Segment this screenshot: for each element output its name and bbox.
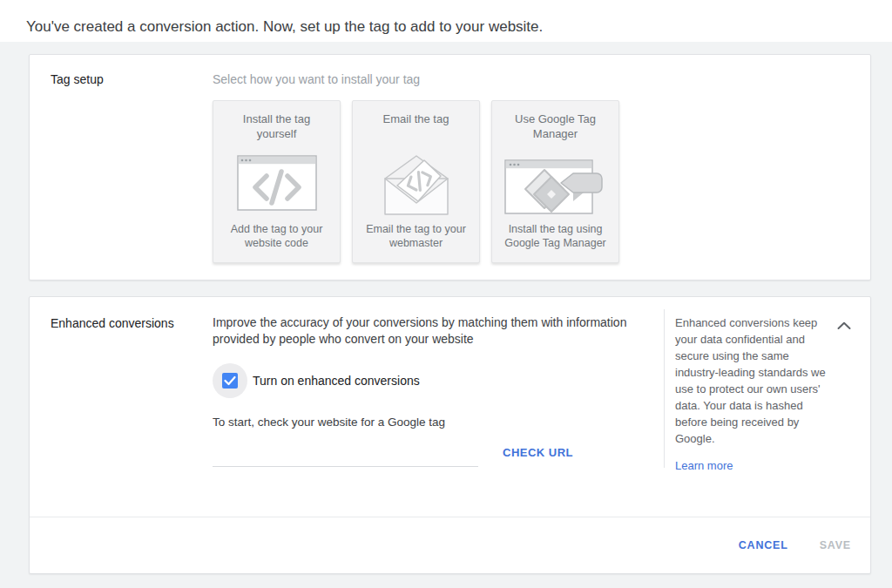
code-window-icon <box>222 143 331 222</box>
form-footer: CANCEL SAVE <box>30 517 870 573</box>
check-website-prompt: To start, check your website for a Googl… <box>213 416 664 429</box>
checkmark-icon <box>224 375 236 386</box>
tag-setup-content: Select how you want to install your tag … <box>213 71 870 280</box>
option-caption: Add the tag to your website code <box>222 222 331 250</box>
url-input[interactable] <box>213 437 478 467</box>
option-google-tag-manager[interactable]: Use Google Tag Manager <box>491 100 619 263</box>
cancel-button[interactable]: CANCEL <box>739 539 788 551</box>
page-title: You've created a conversion action. Now,… <box>26 17 892 37</box>
page-header: You've created a conversion action. Now,… <box>0 0 892 42</box>
tag-setup-label: Tag setup <box>51 71 213 280</box>
enhanced-conversions-main: Improve the accuracy of your conversions… <box>213 314 664 517</box>
option-title: Use Google Tag Manager <box>501 112 610 143</box>
info-panel: Enhanced conversions keep your data conf… <box>664 309 870 468</box>
option-title: Install the tag yourself <box>222 112 331 143</box>
enhanced-conversions-checkbox-row[interactable]: Turn on enhanced conversions <box>213 363 664 398</box>
chevron-up-icon[interactable] <box>837 318 851 327</box>
page-content: Tag setup Select how you want to install… <box>0 42 892 588</box>
option-caption: Email the tag to your webmaster <box>362 222 470 250</box>
tag-setup-prompt: Select how you want to install your tag <box>213 71 870 88</box>
url-input-row: CHECK URL <box>213 437 664 467</box>
conversion-tag-setup-page: You've created a conversion action. Now,… <box>0 0 892 588</box>
info-panel-text: Enhanced conversions keep your data conf… <box>675 314 830 447</box>
tag-manager-icon <box>501 143 610 222</box>
email-envelope-icon <box>362 143 470 222</box>
option-email-tag[interactable]: Email the tag <box>352 100 480 263</box>
check-url-button[interactable]: CHECK URL <box>503 446 573 459</box>
enhanced-conversions-description: Improve the accuracy of your conversions… <box>213 314 643 348</box>
checkbox-checked[interactable] <box>222 373 238 389</box>
option-install-yourself[interactable]: Install the tag yourself <box>213 100 341 263</box>
enhanced-conversions-card: Enhanced conversions Improve the accurac… <box>29 296 871 574</box>
save-button[interactable]: SAVE <box>820 539 851 551</box>
learn-more-link[interactable]: Learn more <box>675 459 733 472</box>
option-caption: Install the tag using Google Tag Manager <box>501 222 610 250</box>
enhanced-conversions-body: Enhanced conversions Improve the accurac… <box>30 297 870 517</box>
install-options-row: Install the tag yourself <box>213 100 870 263</box>
tag-setup-card: Tag setup Select how you want to install… <box>29 54 871 280</box>
checkbox-ripple <box>213 363 247 398</box>
checkbox-label: Turn on enhanced conversions <box>253 374 420 388</box>
info-panel-text-col: Enhanced conversions keep your data conf… <box>675 314 830 468</box>
enhanced-conversions-label: Enhanced conversions <box>51 314 213 517</box>
option-title: Email the tag <box>362 112 470 143</box>
